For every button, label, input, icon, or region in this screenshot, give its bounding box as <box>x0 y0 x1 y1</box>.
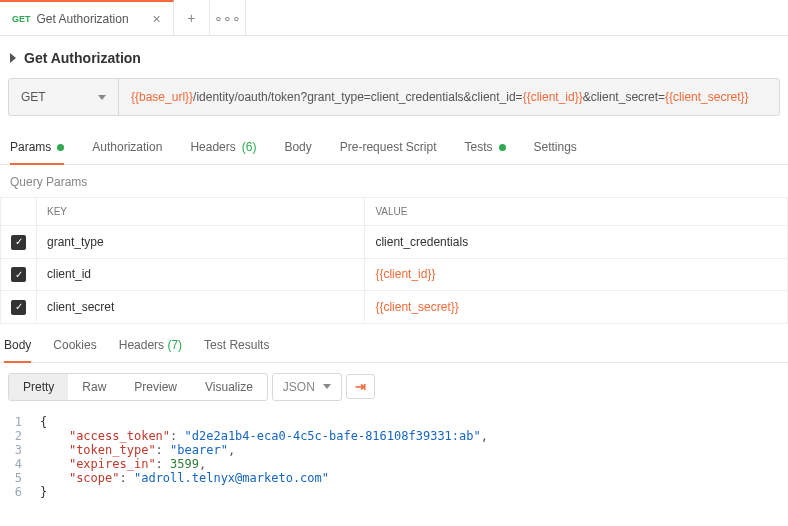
param-key-cell[interactable]: client_secret <box>37 291 365 324</box>
key-column-header: KEY <box>37 198 365 226</box>
response-json-viewer: 1{2 "access_token": "d2e2a1b4-eca0-4c5c-… <box>0 411 788 509</box>
response-tab-cookies[interactable]: Cookies <box>53 338 96 362</box>
row-checkbox[interactable] <box>11 267 26 282</box>
table-row: client_id{{client_id}} <box>1 258 788 291</box>
url-text: /identity/oauth/token?grant_type=client_… <box>193 90 523 104</box>
response-tab-headers-count: (7) <box>167 338 182 352</box>
param-value-cell[interactable]: {{client_id}} <box>365 258 788 291</box>
row-checkbox[interactable] <box>11 300 26 315</box>
subtab-authorization[interactable]: Authorization <box>92 132 162 164</box>
tab-get-authorization[interactable]: GET Get Authorization × <box>0 0 174 35</box>
param-value-cell[interactable]: {{client_secret}} <box>365 291 788 324</box>
line-number: 4 <box>0 457 40 471</box>
subtab-settings[interactable]: Settings <box>534 132 577 164</box>
http-method-value: GET <box>21 90 46 104</box>
code-content: "token_type": "bearer", <box>40 443 235 457</box>
subtab-params-label: Params <box>10 140 51 154</box>
request-title: Get Authorization <box>24 50 141 66</box>
json-line: 4 "expires_in": 3599, <box>0 457 788 471</box>
wrap-lines-button[interactable]: ⇥ <box>346 374 375 399</box>
response-tab-body[interactable]: Body <box>4 338 31 362</box>
checkbox-column-header <box>1 198 37 226</box>
subtab-headers-label: Headers <box>190 140 235 154</box>
close-icon[interactable]: × <box>153 12 161 26</box>
line-number: 2 <box>0 429 40 443</box>
raw-button[interactable]: Raw <box>68 374 120 400</box>
line-number: 1 <box>0 415 40 429</box>
subtab-body[interactable]: Body <box>284 132 311 164</box>
code-content: "access_token": "d2e2a1b4-eca0-4c5c-bafe… <box>40 429 488 443</box>
http-method-select[interactable]: GET <box>9 79 119 115</box>
value-column-header: VALUE <box>365 198 788 226</box>
pretty-button[interactable]: Pretty <box>9 374 68 400</box>
response-toolbar: Pretty Raw Preview Visualize JSON ⇥ <box>0 363 788 411</box>
code-content: } <box>40 485 47 499</box>
subtab-headers-count: (6) <box>242 140 257 154</box>
view-mode-group: Pretty Raw Preview Visualize <box>8 373 268 401</box>
param-value-cell[interactable]: client_credentials <box>365 226 788 259</box>
tab-method-badge: GET <box>12 14 31 24</box>
collapse-caret-icon[interactable] <box>10 53 16 63</box>
request-title-row: Get Authorization <box>0 36 788 78</box>
subtab-tests[interactable]: Tests <box>464 132 505 164</box>
row-checkbox[interactable] <box>11 235 26 250</box>
response-tabs: Body Cookies Headers (7) Test Results <box>0 324 788 363</box>
json-line: 5 "scope": "adroll.telnyx@marketo.com" <box>0 471 788 485</box>
json-line: 6} <box>0 485 788 499</box>
request-subtabs: Params Authorization Headers (6) Body Pr… <box>0 132 788 165</box>
json-line: 3 "token_type": "bearer", <box>0 443 788 457</box>
query-params-table: KEY VALUE grant_typeclient_credentialscl… <box>0 197 788 324</box>
table-row: client_secret{{client_secret}} <box>1 291 788 324</box>
chevron-down-icon <box>98 95 106 100</box>
tab-title: Get Authorization <box>37 12 129 26</box>
url-bar: GET {{base_url}}/identity/oauth/token?gr… <box>8 78 780 116</box>
format-select[interactable]: JSON <box>272 373 342 401</box>
code-content: "expires_in": 3599, <box>40 457 206 471</box>
active-indicator-dot <box>57 144 64 151</box>
response-tab-headers-label: Headers <box>119 338 164 352</box>
response-tab-headers[interactable]: Headers (7) <box>119 338 182 362</box>
tab-bar: GET Get Authorization × + ∘∘∘ <box>0 0 788 36</box>
subtab-prerequest[interactable]: Pre-request Script <box>340 132 437 164</box>
table-row: grant_typeclient_credentials <box>1 226 788 259</box>
url-variable: {{client_secret}} <box>665 90 748 104</box>
visualize-button[interactable]: Visualize <box>191 374 267 400</box>
response-tab-test-results[interactable]: Test Results <box>204 338 269 362</box>
url-variable: {{base_url}} <box>131 90 193 104</box>
url-input[interactable]: {{base_url}}/identity/oauth/token?grant_… <box>119 79 779 115</box>
new-tab-button[interactable]: + <box>174 0 210 35</box>
format-select-value: JSON <box>283 380 315 394</box>
subtab-tests-label: Tests <box>464 140 492 154</box>
query-params-label: Query Params <box>0 165 788 197</box>
line-number: 6 <box>0 485 40 499</box>
subtab-params[interactable]: Params <box>10 132 64 164</box>
line-number: 5 <box>0 471 40 485</box>
preview-button[interactable]: Preview <box>120 374 191 400</box>
code-content: { <box>40 415 47 429</box>
active-indicator-dot <box>499 144 506 151</box>
line-number: 3 <box>0 443 40 457</box>
url-text: &client_secret= <box>583 90 665 104</box>
tab-overflow-button[interactable]: ∘∘∘ <box>210 0 246 35</box>
param-key-cell[interactable]: grant_type <box>37 226 365 259</box>
wrap-icon: ⇥ <box>355 380 366 393</box>
json-line: 1{ <box>0 415 788 429</box>
subtab-headers[interactable]: Headers (6) <box>190 132 256 164</box>
code-content: "scope": "adroll.telnyx@marketo.com" <box>40 471 329 485</box>
url-variable: {{client_id}} <box>523 90 583 104</box>
json-line: 2 "access_token": "d2e2a1b4-eca0-4c5c-ba… <box>0 429 788 443</box>
chevron-down-icon <box>323 384 331 389</box>
param-key-cell[interactable]: client_id <box>37 258 365 291</box>
